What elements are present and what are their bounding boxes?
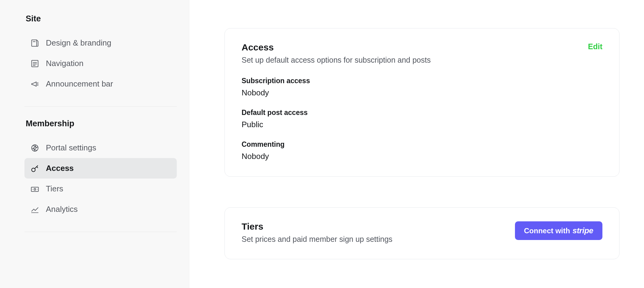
divider [24,106,177,107]
divider [24,232,177,232]
sidebar-item-label: Tiers [46,184,63,194]
card-subtitle: Set up default access options for subscr… [242,56,431,65]
svg-point-6 [32,145,38,151]
card-title: Tiers [242,221,392,232]
sidebar-item-portal-settings[interactable]: Portal settings [24,138,177,158]
sidebar-item-label: Portal settings [46,143,96,153]
svg-point-9 [34,188,36,190]
card-header-left: Tiers Set prices and paid member sign up… [242,221,392,256]
edit-button[interactable]: Edit [588,42,602,51]
sidebar-item-label: Navigation [46,59,83,68]
sidebar: Site Design & branding Naviga [0,0,189,288]
sidebar-item-label: Analytics [46,205,78,214]
nav-list-site: Design & branding Navigation [24,33,177,94]
sidebar-item-design-branding[interactable]: Design & branding [24,33,177,53]
sidebar-item-access[interactable]: Access [24,158,177,179]
field-commenting: Commenting Nobody [242,140,602,161]
sidebar-item-tiers[interactable]: Tiers [24,179,177,199]
sidebar-item-announcement-bar[interactable]: Announcement bar [24,74,177,94]
sidebar-item-label: Design & branding [46,38,111,48]
card-title: Access [242,42,431,53]
card-header: Access Set up default access options for… [242,42,602,77]
chart-icon [31,205,39,214]
field-label: Default post access [242,109,602,117]
access-card: Access Set up default access options for… [224,28,620,177]
field-value: Nobody [242,152,602,161]
money-icon [31,185,39,193]
card-header-right: Connect with stripe [515,221,602,240]
section-heading-site: Site [24,14,177,24]
field-label: Subscription access [242,77,602,85]
field-default-post-access: Default post access Public [242,109,602,129]
field-value: Public [242,120,602,129]
list-icon [31,59,39,68]
sidebar-item-label: Announcement bar [46,79,113,89]
field-value: Nobody [242,88,602,98]
connect-stripe-button[interactable]: Connect with stripe [515,221,602,240]
key-icon [31,164,39,173]
nav-list-membership: Portal settings Access Tier [24,138,177,220]
aperture-icon [31,144,39,152]
design-icon [31,39,39,47]
megaphone-icon [31,80,39,88]
card-header-left: Access Set up default access options for… [242,42,431,77]
sidebar-item-label: Access [46,164,74,173]
tiers-card: Tiers Set prices and paid member sign up… [224,207,620,259]
field-subscription-access: Subscription access Nobody [242,77,602,98]
sidebar-item-navigation[interactable]: Navigation [24,53,177,74]
svg-rect-2 [32,60,38,67]
section-heading-membership: Membership [24,119,177,128]
svg-rect-0 [32,40,37,46]
stripe-logo: stripe [572,226,593,235]
field-label: Commenting [242,140,602,149]
main-content: Access Set up default access options for… [189,0,644,288]
card-header: Tiers Set prices and paid member sign up… [242,221,602,256]
sidebar-item-analytics[interactable]: Analytics [24,199,177,220]
card-subtitle: Set prices and paid member sign up setti… [242,235,392,244]
card-header-right: Edit [588,42,602,51]
connect-prefix: Connect with [524,227,570,235]
